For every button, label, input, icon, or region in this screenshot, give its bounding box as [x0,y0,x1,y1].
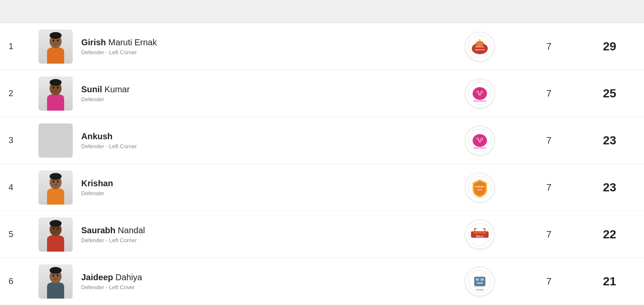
player-name: Saurabh Nandal [81,226,145,235]
player-info: Krishan Defender [81,179,113,196]
tackle-points-cell: 22 [584,228,635,241]
stats-table: 1 Girish Maruti Ernak Defender - [0,0,644,305]
svg-point-2 [50,32,62,39]
player-photo [38,217,73,252]
player-position: Defender [81,190,113,196]
rank-cell: 5 [9,229,38,239]
svg-rect-60 [477,282,483,284]
player-last-name: Maruti Ernak [106,38,157,47]
svg-rect-59 [481,278,484,281]
svg-text:DABANG: DABANG [476,186,484,188]
svg-text:WARRIORS: WARRIORS [475,49,484,51]
table-row: 5 Saurabh Nandal Defender - Left [0,211,644,258]
team-logo: PATNA PIRATES [465,126,495,155]
svg-point-55 [57,274,59,276]
table-row: 6 Jaideep Dahiya Defender - Left [0,258,644,305]
team-logo: BENGALURU BULLS [465,220,495,249]
player-first-name: Jaideep [81,273,113,282]
rank-cell: 2 [9,88,38,98]
player-cell: Saurabh Nandal Defender - Left Corner [38,217,446,252]
matches-cell: 7 [514,276,584,287]
player-first-name: Saurabh [81,226,115,235]
player-photo [38,29,73,64]
table-row: 4 Krishan Defender [0,164,644,211]
team-logo: BENGAL WARRIORS [465,32,495,62]
player-info: Ankush Defender - Left Corner [81,132,137,150]
svg-text:PATNA PIRATES: PATNA PIRATES [474,100,487,102]
player-first-name: Krishan [81,179,113,188]
matches-cell: 7 [514,135,584,146]
player-info: Jaideep Dahiya Defender - Left Cover [81,273,142,290]
rank-cell: 6 [9,276,38,286]
svg-text:HARYANA: HARYANA [476,289,484,290]
player-photo [38,170,73,205]
team-cell: PATNA PIRATES [446,126,514,155]
player-cell: Krishan Defender [38,170,446,205]
tackle-points-cell: 25 [584,87,635,100]
player-first-name: Girish [81,38,106,47]
team-cell: HARYANA [446,267,514,296]
matches-cell: 7 [514,182,584,193]
svg-rect-58 [476,278,479,281]
rank-cell: 1 [9,41,38,51]
player-name: Sunil Kumar [81,85,130,94]
svg-point-45 [53,227,54,229]
rank-cell: 3 [9,135,38,145]
tackle-points-cell: 23 [584,134,635,147]
player-last-name: Dahiya [113,273,142,282]
team-logo: PATNA PIRATES [465,79,495,109]
matches-cell: 7 [514,88,584,99]
svg-point-37 [53,180,54,182]
player-photo [38,76,73,111]
player-cell: Sunil Kumar Defender [38,76,446,111]
svg-point-32 [478,140,481,143]
svg-text:BENGALURU: BENGALURU [473,232,486,234]
svg-point-31 [481,138,482,139]
svg-point-44 [50,220,62,227]
svg-point-22 [481,91,482,92]
svg-point-10 [476,41,484,45]
svg-rect-57 [474,276,485,286]
svg-text:BULLS: BULLS [476,235,484,237]
player-position: Defender - Left Corner [81,49,157,56]
player-last-name: Kumar [102,85,130,94]
team-logo: DABANG DELHI [465,173,495,202]
svg-point-23 [478,93,481,96]
svg-text:BENGAL: BENGAL [476,45,484,47]
team-cell: BENGAL WARRIORS [446,32,514,62]
svg-point-21 [477,91,479,92]
player-name: Ankush [81,132,137,141]
player-first-name: Ankush [81,132,112,141]
svg-point-53 [50,267,62,274]
svg-point-15 [57,86,59,88]
player-name: Jaideep Dahiya [81,273,142,282]
team-cell: PATNA PIRATES [446,79,514,109]
player-photo [38,123,73,158]
player-cell: Ankush Defender - Left Corner [38,123,446,158]
matches-cell: 7 [514,41,584,52]
player-last-name: Nandal [115,226,145,235]
svg-text:DELHI: DELHI [477,189,482,191]
team-cell: BENGALURU BULLS [446,220,514,249]
svg-text:PATNA PIRATES: PATNA PIRATES [474,147,487,149]
player-name: Girish Maruti Ernak [81,38,157,47]
player-cell: Girish Maruti Ernak Defender - Left Corn… [38,29,446,64]
svg-point-3 [53,39,54,41]
tackle-points-cell: 21 [584,275,635,288]
svg-point-30 [477,138,479,139]
player-position: Defender - Left Corner [81,237,145,243]
team-cell: DABANG DELHI [446,173,514,202]
player-info: Sunil Kumar Defender [81,85,130,103]
svg-point-54 [53,274,54,276]
rank-cell: 4 [9,182,38,192]
table-header [0,0,644,23]
player-first-name: Sunil [81,85,102,94]
player-info: Girish Maruti Ernak Defender - Left Corn… [81,38,157,56]
svg-point-13 [50,79,62,86]
svg-point-14 [53,86,54,88]
player-position: Defender - Left Corner [81,143,137,150]
svg-point-36 [50,173,62,180]
player-name: Krishan [81,179,113,188]
table-row: 1 Girish Maruti Ernak Defender - [0,23,644,70]
svg-point-38 [57,180,59,182]
